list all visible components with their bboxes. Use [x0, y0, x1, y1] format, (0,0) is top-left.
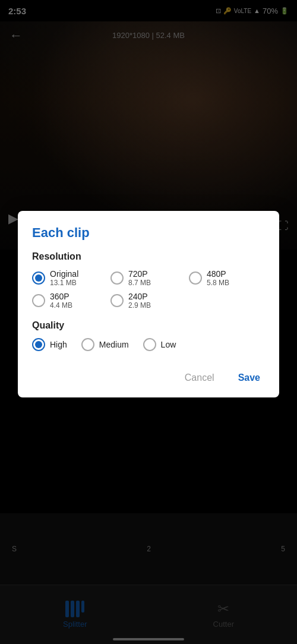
radio-360p[interactable] [32, 294, 45, 307]
radio-medium[interactable] [81, 338, 94, 351]
resolution-original-label: Original [50, 269, 78, 279]
resolution-360p-label: 360P [50, 292, 72, 301]
resolution-option-480p[interactable]: 480P 5.8 MB [189, 269, 265, 287]
home-indicator [113, 638, 184, 640]
quality-option-medium[interactable]: Medium [81, 338, 129, 351]
dialog-actions: Cancel Save [32, 363, 265, 388]
radio-720p[interactable] [110, 272, 124, 285]
resolution-original-text: Original 13.1 MB [50, 269, 78, 287]
resolution-grid: Original 13.1 MB 720P 8.7 MB 480P 5.8 MB [32, 269, 265, 310]
resolution-240p-text: 240P 2.9 MB [128, 292, 151, 310]
quality-medium-label: Medium [99, 340, 129, 349]
resolution-240p-label: 240P [128, 292, 151, 301]
quality-low-label: Low [161, 340, 176, 349]
dialog: Each clip Resolution Original 13.1 MB 72… [18, 211, 279, 397]
resolution-label: Resolution [32, 251, 265, 262]
resolution-480p-label: 480P [207, 269, 229, 279]
quality-high-label: High [50, 340, 67, 349]
resolution-360p-text: 360P 4.4 MB [50, 292, 72, 310]
quality-option-low[interactable]: Low [143, 338, 176, 351]
radio-high[interactable] [32, 338, 45, 351]
cancel-button[interactable]: Cancel [180, 368, 219, 388]
resolution-option-720p[interactable]: 720P 8.7 MB [110, 269, 187, 287]
resolution-original-size: 13.1 MB [50, 279, 78, 287]
resolution-option-360p[interactable]: 360P 4.4 MB [32, 292, 108, 310]
quality-label: Quality [32, 320, 265, 331]
resolution-240p-size: 2.9 MB [128, 301, 151, 310]
quality-option-high[interactable]: High [32, 338, 67, 351]
resolution-option-240p[interactable]: 240P 2.9 MB [110, 292, 187, 310]
quality-row: High Medium Low [32, 338, 265, 351]
dialog-title: Each clip [32, 225, 265, 241]
resolution-720p-label: 720P [128, 269, 151, 279]
save-button[interactable]: Save [233, 368, 265, 388]
radio-480p[interactable] [189, 272, 202, 285]
resolution-720p-size: 8.7 MB [128, 279, 151, 287]
resolution-480p-size: 5.8 MB [207, 279, 229, 287]
resolution-480p-text: 480P 5.8 MB [207, 269, 229, 287]
radio-original[interactable] [32, 272, 45, 285]
radio-low[interactable] [143, 338, 156, 351]
radio-240p[interactable] [110, 294, 124, 307]
resolution-720p-text: 720P 8.7 MB [128, 269, 151, 287]
resolution-360p-size: 4.4 MB [50, 301, 72, 310]
resolution-option-original[interactable]: Original 13.1 MB [32, 269, 108, 287]
